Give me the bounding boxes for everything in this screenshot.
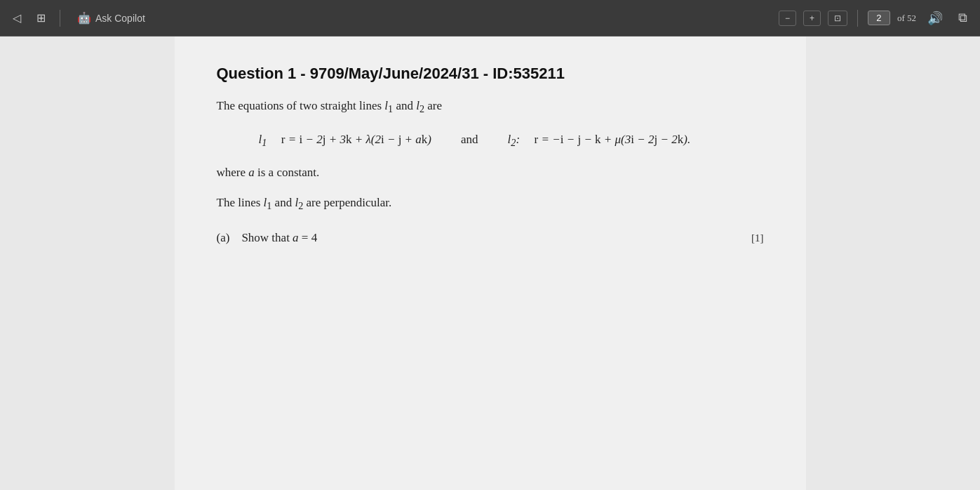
- line2-label: l2:: [508, 130, 520, 151]
- toolbar: ◁ ⊞ 🤖 Ask Copilot − + ⊡ of 52 🔊 ⧉: [0, 0, 980, 37]
- line1-equation: r = i − 2j + 3k + λ(2i − j + ak): [281, 130, 431, 149]
- part-a-label: (a): [217, 231, 230, 244]
- constant-text: where a is a constant.: [217, 164, 764, 182]
- audio-icon[interactable]: 🔊: [923, 8, 947, 29]
- thumbnail-icon[interactable]: ⊞: [32, 8, 50, 27]
- zoom-in-button[interactable]: +: [803, 11, 821, 26]
- page-content: Question 1 - 9709/May/June/2024/31 - ID:…: [175, 37, 806, 490]
- copy-icon[interactable]: ⧉: [954, 8, 972, 28]
- part-a-line: (a) Show that a = 4 [1]: [217, 231, 764, 245]
- part-a-text: (a) Show that a = 4: [217, 231, 318, 245]
- perpendicular-text: The lines l1 and l2 are perpendicular.: [217, 194, 764, 214]
- math-equations-line: l1 r = i − 2j + 3k + λ(2i − j + ak) and …: [259, 130, 764, 151]
- fit-button[interactable]: ⊡: [828, 11, 847, 26]
- part-a-marks: [1]: [751, 232, 764, 244]
- ask-copilot-button[interactable]: 🤖 Ask Copilot: [70, 8, 152, 27]
- of-total-text: of 52: [897, 13, 916, 24]
- line2-segment: l2: r = −i − j − k + μ(3i − 2j − 2k).: [508, 130, 691, 151]
- content-area: Question 1 - 9709/May/June/2024/31 - ID:…: [0, 37, 980, 490]
- copilot-icon: 🤖: [77, 11, 91, 25]
- line1-label: l1: [259, 130, 267, 151]
- page-number-input[interactable]: [868, 11, 890, 25]
- intro-text: The equations of two straight lines l1 a…: [217, 97, 764, 117]
- fit-icon: ⊡: [834, 13, 841, 23]
- line1-segment: l1 r = i − 2j + 3k + λ(2i − j + ak): [259, 130, 432, 151]
- back-icon[interactable]: ◁: [8, 8, 25, 27]
- divider-2: [857, 10, 858, 27]
- line2-equation: r = −i − j − k + μ(3i − 2j − 2k).: [535, 130, 691, 149]
- and-text: and: [461, 130, 478, 149]
- question-title: Question 1 - 9709/May/June/2024/31 - ID:…: [217, 65, 764, 83]
- divider-1: [60, 10, 60, 27]
- ask-copilot-label: Ask Copilot: [95, 13, 145, 24]
- zoom-out-button[interactable]: −: [779, 11, 796, 26]
